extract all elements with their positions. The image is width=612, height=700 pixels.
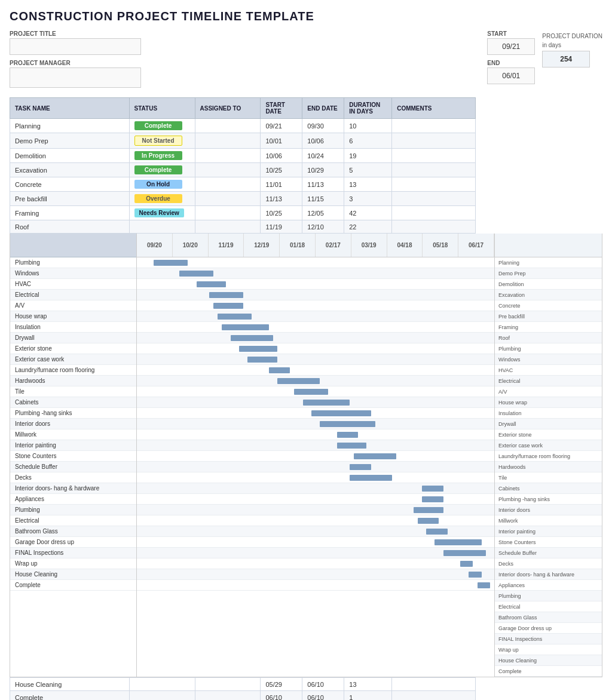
gantt-row bbox=[137, 429, 494, 440]
right-inner: START 09/21 END 06/01 PROJECT DURATION i… bbox=[487, 30, 602, 84]
gantt-bar bbox=[426, 529, 448, 535]
status-badge: Needs Review bbox=[134, 208, 184, 217]
gantt-right-header bbox=[495, 234, 602, 257]
task-end: 11/15 bbox=[302, 192, 344, 206]
gantt-bar bbox=[422, 486, 443, 492]
gantt-left-row: Complete bbox=[10, 580, 136, 591]
gantt-right-row: House Cleaning bbox=[495, 655, 602, 666]
gantt-bar bbox=[231, 335, 273, 341]
gantt-left-row: Insulation bbox=[10, 322, 136, 333]
gantt-month-label: 04/18 bbox=[387, 234, 423, 257]
start-date: 09/21 bbox=[487, 38, 535, 55]
gantt-bar bbox=[311, 410, 371, 416]
task-duration: 5 bbox=[344, 163, 392, 177]
gantt-row bbox=[137, 376, 494, 386]
main-table: TASK NAME STATUS ASSIGNED TO START DATE … bbox=[10, 97, 476, 234]
task-assigned bbox=[195, 206, 261, 220]
project-title-field: PROJECT TITLE bbox=[10, 30, 473, 55]
task-status: Complete bbox=[129, 119, 195, 133]
table-row: Roof 11/19 12/10 22 bbox=[10, 220, 476, 234]
gantt-right-row: Demolition bbox=[495, 279, 602, 290]
gantt-row bbox=[137, 515, 494, 526]
header-duration: DURATION in days bbox=[344, 98, 392, 119]
gantt-right-row: Framing bbox=[495, 322, 602, 333]
project-title-input[interactable] bbox=[10, 38, 141, 55]
table-row: Pre backfill Overdue 11/13 11/15 3 bbox=[10, 192, 476, 206]
gantt-month-label: 03/19 bbox=[351, 234, 387, 257]
start-label: START bbox=[487, 30, 535, 37]
task-end: 09/30 bbox=[302, 119, 344, 133]
gantt-month-label: 12/19 bbox=[244, 234, 280, 257]
status-badge: On Hold bbox=[134, 180, 182, 189]
project-manager-input[interactable] bbox=[10, 67, 141, 88]
duration-value: 254 bbox=[542, 51, 590, 67]
gantt-right-row: Decks bbox=[495, 558, 602, 569]
gantt-bar bbox=[434, 539, 481, 545]
task-comments bbox=[392, 192, 476, 206]
gantt-left-row: Cabinets bbox=[10, 397, 136, 408]
gantt-row bbox=[137, 343, 494, 354]
table-row: Excavation Complete 10/25 10/29 5 bbox=[10, 163, 476, 177]
gantt-row bbox=[137, 537, 494, 548]
task-name: Complete bbox=[10, 691, 130, 701]
gantt-month-label: 11/19 bbox=[209, 234, 244, 257]
gantt-bar bbox=[222, 324, 268, 330]
task-status: Not Started bbox=[129, 133, 195, 149]
task-start: 10/06 bbox=[261, 149, 302, 163]
gantt-row bbox=[137, 462, 494, 472]
gantt-bar bbox=[478, 582, 490, 588]
gantt-row bbox=[137, 365, 494, 376]
gantt-bar bbox=[443, 550, 486, 556]
gantt-right-row: Interior doors bbox=[495, 505, 602, 515]
task-name: Roof bbox=[10, 220, 130, 234]
gantt-bar bbox=[197, 281, 227, 287]
task-status: On Hold bbox=[129, 177, 195, 192]
header-comments: COMMENTS bbox=[392, 98, 476, 119]
bottom-table: House Cleaning 05/29 06/10 13 Complete 0… bbox=[10, 677, 476, 700]
gantt-left-row: FINAL Inspections bbox=[10, 548, 136, 558]
gantt-row bbox=[137, 569, 494, 580]
status-badge: In Progress bbox=[134, 151, 182, 160]
gantt-row bbox=[137, 257, 494, 268]
task-end: 11/13 bbox=[302, 177, 344, 192]
task-duration: 1 bbox=[344, 691, 392, 701]
task-start: 10/01 bbox=[261, 133, 302, 149]
task-comments bbox=[392, 149, 476, 163]
in-days-label: in days bbox=[542, 42, 602, 48]
gantt-left-row: House wrap bbox=[10, 311, 136, 322]
header-task: TASK NAME bbox=[10, 98, 130, 119]
gantt-row bbox=[137, 354, 494, 365]
gantt-right-row: Laundry/furnace room flooring bbox=[495, 451, 602, 462]
table-row: Demo Prep Not Started 10/01 10/06 6 bbox=[10, 133, 476, 149]
task-name: Excavation bbox=[10, 163, 130, 177]
gantt-left-row: Millwork bbox=[10, 429, 136, 440]
task-duration: 6 bbox=[344, 133, 392, 149]
task-assigned bbox=[195, 220, 261, 234]
task-start: 09/21 bbox=[261, 119, 302, 133]
task-assigned bbox=[195, 163, 261, 177]
gantt-left-row: Exterior case work bbox=[10, 354, 136, 365]
gantt-left-row: Exterior stone bbox=[10, 343, 136, 354]
task-comments bbox=[392, 220, 476, 234]
gantt-left-row: Electrical bbox=[10, 290, 136, 300]
right-fields: START 09/21 END 06/01 PROJECT DURATION i… bbox=[487, 30, 602, 88]
bottom-table-row: House Cleaning 05/29 06/10 13 bbox=[10, 678, 476, 691]
task-name: Concrete bbox=[10, 177, 130, 192]
task-end: 10/24 bbox=[302, 149, 344, 163]
task-start: 11/13 bbox=[261, 192, 302, 206]
gantt-left-row: Drywall bbox=[10, 333, 136, 343]
gantt-right-row: Complete bbox=[495, 666, 602, 677]
gantt-right-row: Cabinets bbox=[495, 483, 602, 494]
task-comments bbox=[392, 691, 476, 701]
gantt-right-row: Exterior stone bbox=[495, 429, 602, 440]
gantt-right-row: Wrap up bbox=[495, 644, 602, 655]
gantt-right-row: Bathroom Glass bbox=[495, 612, 602, 623]
task-duration: 22 bbox=[344, 220, 392, 234]
task-comments bbox=[392, 119, 476, 133]
task-assigned bbox=[195, 192, 261, 206]
duration-group: PROJECT DURATION in days 254 bbox=[542, 30, 602, 67]
gantt-month-label: 01/18 bbox=[280, 234, 316, 257]
gantt-right-row: Planning bbox=[495, 257, 602, 268]
task-duration: 3 bbox=[344, 192, 392, 206]
task-end: 12/05 bbox=[302, 206, 344, 220]
